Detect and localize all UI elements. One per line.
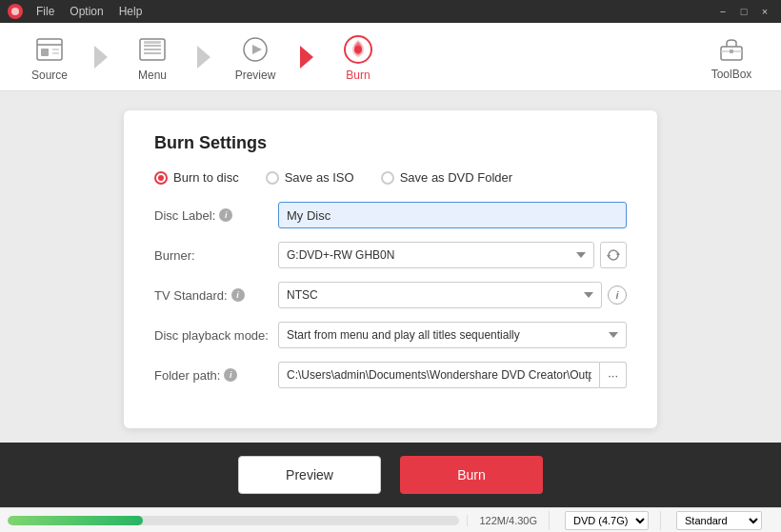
disc-label-control bbox=[278, 202, 627, 228]
toolbar-nav: Source Menu bbox=[11, 27, 693, 88]
toolbar-preview[interactable]: Preview bbox=[217, 27, 293, 88]
help-menu[interactable]: Help bbox=[111, 5, 150, 18]
refresh-burner-button[interactable] bbox=[600, 242, 627, 268]
progress-bar-wrap bbox=[8, 516, 459, 525]
disc-playback-control: Start from menu and play all titles sequ… bbox=[278, 322, 627, 348]
preview-label: Preview bbox=[235, 69, 276, 82]
toolbox-label: ToolBox bbox=[711, 68, 752, 81]
size-info: 122M/4.30G bbox=[467, 515, 549, 526]
folder-browse-button[interactable]: ··· bbox=[600, 362, 627, 388]
svg-rect-10 bbox=[144, 41, 161, 44]
burn-type-group: Burn to disc Save as ISO Save as DVD Fol… bbox=[154, 170, 627, 185]
tv-standard-select-wrap: NTSC PAL i bbox=[278, 282, 627, 308]
save-as-dvd-radio[interactable]: Save as DVD Folder bbox=[381, 170, 513, 185]
disc-label-label: Disc Label: i bbox=[154, 208, 278, 223]
menu-label: Menu bbox=[138, 69, 167, 82]
window-controls: − □ × bbox=[714, 3, 773, 20]
toolbar-burn[interactable]: Burn bbox=[320, 27, 396, 88]
burner-control: G:DVD+-RW GHB0N bbox=[278, 242, 627, 268]
disc-label-row: Disc Label: i bbox=[154, 202, 627, 228]
folder-path-input[interactable] bbox=[278, 362, 600, 388]
disc-playback-row: Disc playback mode: Start from menu and … bbox=[154, 322, 627, 348]
refresh-icon bbox=[607, 248, 620, 262]
burn-tab-label: Burn bbox=[346, 69, 370, 82]
svg-rect-17 bbox=[730, 49, 733, 53]
preview-icon bbox=[238, 32, 272, 67]
tv-standard-info-icon[interactable]: i bbox=[231, 288, 245, 302]
burn-icon bbox=[341, 32, 375, 67]
folder-path-info-icon[interactable]: i bbox=[224, 368, 237, 382]
burner-row: Burner: G:DVD+-RW GHB0N bbox=[154, 242, 627, 268]
save-as-iso-radio[interactable]: Save as ISO bbox=[266, 170, 354, 185]
save-as-dvd-indicator bbox=[381, 171, 394, 185]
tv-standard-detail-icon[interactable]: i bbox=[608, 286, 627, 305]
close-button[interactable]: × bbox=[756, 3, 773, 20]
save-as-iso-indicator bbox=[266, 171, 279, 185]
disc-playback-label: Disc playback mode: bbox=[154, 328, 278, 343]
tv-standard-label: TV Standard: i bbox=[154, 288, 278, 303]
tv-standard-select[interactable]: NTSC PAL bbox=[278, 282, 602, 308]
svg-point-0 bbox=[11, 8, 19, 15]
disc-type-select[interactable]: DVD (4.7G) DVD (8.5G) bbox=[565, 511, 649, 530]
sep2 bbox=[190, 27, 217, 88]
burn-settings-panel: Burn Settings Burn to disc Save as ISO S… bbox=[124, 110, 657, 428]
maximize-button[interactable]: □ bbox=[735, 3, 752, 20]
folder-path-label: Folder path: i bbox=[154, 368, 278, 383]
toolbar-menu[interactable]: Menu bbox=[114, 27, 190, 88]
tv-standard-control: NTSC PAL i bbox=[278, 282, 627, 308]
disc-label-input[interactable] bbox=[278, 202, 627, 228]
save-as-iso-label: Save as ISO bbox=[285, 170, 354, 185]
tv-standard-row: TV Standard: i NTSC PAL i bbox=[154, 282, 627, 308]
menu-bar: File Option Help bbox=[29, 5, 150, 18]
disc-type-info: DVD (4.7G) DVD (8.5G) bbox=[549, 511, 660, 530]
burn-to-disc-indicator bbox=[154, 171, 168, 185]
save-as-dvd-label: Save as DVD Folder bbox=[400, 170, 513, 185]
source-label: Source bbox=[31, 69, 68, 82]
toolbar-source[interactable]: Source bbox=[11, 27, 88, 88]
source-icon bbox=[32, 32, 67, 67]
toolbox-button[interactable]: ToolBox bbox=[693, 27, 770, 88]
burner-label: Burner: bbox=[154, 248, 278, 263]
status-bar: 122M/4.30G DVD (4.7G) DVD (8.5G) Standar… bbox=[0, 507, 781, 532]
menu-icon bbox=[135, 32, 170, 67]
folder-path-row: Folder path: i ··· bbox=[154, 362, 627, 388]
progress-bar-fill bbox=[8, 516, 143, 525]
burn-to-disc-radio[interactable]: Burn to disc bbox=[154, 170, 239, 185]
title-bar-left: File Option Help bbox=[8, 4, 150, 19]
standard-select[interactable]: Standard High Quality bbox=[676, 511, 762, 530]
toolbox-icon bbox=[715, 33, 748, 66]
sep1 bbox=[88, 27, 114, 88]
svg-rect-3 bbox=[41, 49, 49, 56]
file-menu[interactable]: File bbox=[29, 5, 62, 18]
burner-select-wrap: G:DVD+-RW GHB0N bbox=[278, 242, 627, 268]
panel-title: Burn Settings bbox=[154, 133, 627, 153]
folder-path-wrap: ··· bbox=[278, 362, 627, 388]
app-logo bbox=[8, 4, 23, 19]
svg-marker-12 bbox=[252, 45, 262, 54]
bottom-action-bar: Preview Burn bbox=[0, 443, 781, 507]
burn-to-disc-label: Burn to disc bbox=[173, 170, 239, 185]
burner-select[interactable]: G:DVD+-RW GHB0N bbox=[278, 242, 594, 268]
minimize-button[interactable]: − bbox=[714, 3, 731, 20]
preview-button[interactable]: Preview bbox=[238, 456, 381, 494]
main-content: Burn Settings Burn to disc Save as ISO S… bbox=[0, 91, 781, 443]
disc-label-info-icon[interactable]: i bbox=[219, 208, 232, 222]
title-bar: File Option Help − □ × bbox=[0, 0, 781, 23]
standard-info: Standard High Quality bbox=[660, 511, 773, 530]
toolbar: Source Menu bbox=[0, 23, 781, 91]
disc-playback-select[interactable]: Start from menu and play all titles sequ… bbox=[278, 322, 627, 348]
option-menu[interactable]: Option bbox=[62, 5, 110, 18]
burn-button[interactable]: Burn bbox=[400, 456, 543, 494]
folder-path-control: ··· bbox=[278, 362, 627, 388]
sep3 bbox=[293, 27, 320, 88]
